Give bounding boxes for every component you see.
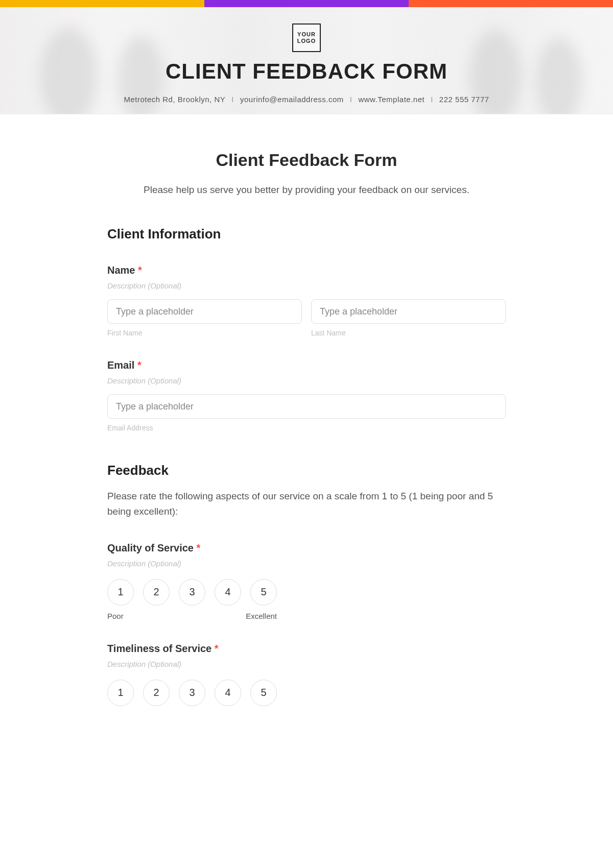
sublabel-email: Email Address: [107, 424, 506, 432]
field-description: Description (Optional): [107, 660, 506, 668]
rating-button[interactable]: 3: [179, 680, 205, 706]
stripe-3: [409, 0, 613, 7]
stripe-1: [0, 0, 204, 7]
label-text: Email: [107, 359, 134, 371]
top-stripe: [0, 0, 613, 7]
hero-website: www.Template.net: [358, 95, 425, 104]
label-text: Timeliness of Service: [107, 643, 211, 654]
hero-email: yourinfo@emailaddress.com: [240, 95, 344, 104]
field-description: Description (Optional): [107, 559, 506, 568]
hero-title: CLIENT FEEDBACK FORM: [166, 59, 447, 84]
hero-banner: YOURLOGO CLIENT FEEDBACK FORM Metrotech …: [0, 7, 613, 114]
field-label-quality: Quality of Service *: [107, 542, 506, 554]
required-mark: *: [138, 264, 142, 276]
rating-button[interactable]: 4: [215, 680, 241, 706]
form-content: Client Feedback Form Please help us serv…: [97, 114, 516, 727]
rating-button[interactable]: 4: [215, 579, 241, 606]
separator: I: [350, 95, 352, 104]
rating-button[interactable]: 3: [179, 579, 205, 606]
field-quality: Quality of Service * Description (Option…: [107, 542, 506, 620]
stripe-2: [204, 0, 409, 7]
field-label-timeliness: Timeliness of Service *: [107, 643, 506, 655]
rating-captions: Poor Excellent: [107, 612, 277, 620]
required-mark: *: [197, 542, 201, 553]
logo-placeholder: YOURLOGO: [292, 23, 321, 52]
rating-row-quality: 1 2 3 4 5: [107, 579, 506, 606]
field-email: Email * Description (Optional) Email Add…: [107, 359, 506, 432]
field-name: Name * Description (Optional) First Name…: [107, 264, 506, 337]
field-timeliness: Timeliness of Service * Description (Opt…: [107, 643, 506, 706]
label-text: Name: [107, 264, 135, 276]
field-description: Description (Optional): [107, 281, 506, 290]
hero-contact-line: Metrotech Rd, Brooklyn, NY I yourinfo@em…: [124, 95, 489, 104]
rating-button[interactable]: 1: [107, 680, 134, 706]
rating-button[interactable]: 5: [250, 680, 277, 706]
hero-phone: 222 555 7777: [439, 95, 489, 104]
caption-high: Excellent: [246, 612, 277, 620]
sublabel-first-name: First Name: [107, 329, 302, 337]
separator: I: [431, 95, 433, 104]
rating-button[interactable]: 1: [107, 579, 134, 606]
field-description: Description (Optional): [107, 376, 506, 385]
rating-button[interactable]: 5: [250, 579, 277, 606]
bg-blur: [536, 38, 582, 114]
feedback-intro: Please rate the following aspects of our…: [107, 489, 506, 520]
sublabel-last-name: Last Name: [311, 329, 506, 337]
bg-blur: [41, 28, 97, 114]
required-mark: *: [137, 359, 142, 371]
label-text: Quality of Service: [107, 542, 194, 553]
required-mark: *: [215, 643, 219, 654]
caption-low: Poor: [107, 612, 124, 620]
first-name-input[interactable]: [107, 299, 302, 324]
field-label-name: Name *: [107, 264, 506, 276]
hero-address: Metrotech Rd, Brooklyn, NY: [124, 95, 225, 104]
section-heading-feedback: Feedback: [107, 463, 506, 478]
field-label-email: Email *: [107, 359, 506, 371]
last-name-input[interactable]: [311, 299, 506, 324]
form-title: Client Feedback Form: [107, 150, 506, 170]
rating-button[interactable]: 2: [143, 680, 170, 706]
separator: I: [231, 95, 234, 104]
rating-row-timeliness: 1 2 3 4 5: [107, 680, 506, 706]
section-heading-client-info: Client Information: [107, 226, 506, 242]
form-intro: Please help us serve you better by provi…: [107, 184, 506, 196]
email-input[interactable]: [107, 394, 506, 419]
rating-button[interactable]: 2: [143, 579, 170, 606]
